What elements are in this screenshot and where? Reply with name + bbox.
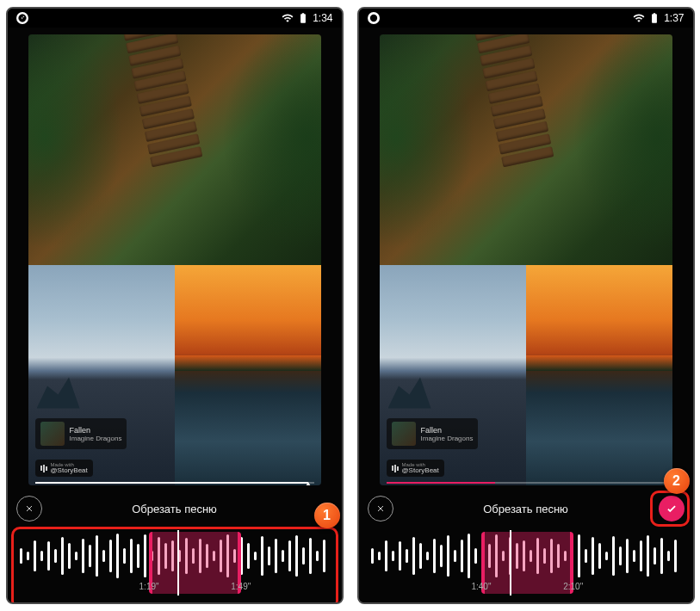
phone-screen-2: 1:37 Fallen Imagine Dragons Made xyxy=(357,7,695,604)
track-card[interactable]: Fallen Imagine Dragons xyxy=(387,418,479,449)
story-preview[interactable]: Fallen Imagine Dragons Made with @StoryB… xyxy=(28,34,321,485)
story-preview[interactable]: Fallen Imagine Dragons Made with @StoryB… xyxy=(380,34,672,485)
waveform[interactable] xyxy=(16,532,333,580)
shazam-icon xyxy=(368,12,380,24)
battery-icon xyxy=(297,12,309,24)
preview-image-top xyxy=(380,34,672,265)
track-thumbnail xyxy=(392,422,416,446)
trim-header: Обрезать песню xyxy=(16,491,333,527)
track-title: Fallen xyxy=(70,426,122,435)
track-artist: Imagine Dragons xyxy=(421,435,474,442)
wifi-icon xyxy=(282,12,294,24)
track-thumbnail xyxy=(40,422,65,446)
track-artist: Imagine Dragons xyxy=(70,435,122,442)
preview-image-bottom xyxy=(28,265,321,485)
track-card[interactable]: Fallen Imagine Dragons xyxy=(35,418,127,449)
time-end: 2:10" xyxy=(563,582,583,591)
content-area: Fallen Imagine Dragons Made with @StoryB… xyxy=(359,28,693,602)
waveform-container: 1:19" 1:49" 1 xyxy=(16,532,333,594)
time-start: 1:40" xyxy=(471,582,491,591)
watermark-badge: Made with @StoryBeat xyxy=(387,460,444,477)
preview-image-top xyxy=(28,34,321,265)
shazam-icon xyxy=(16,12,28,24)
time-labels: 1:19" 1:49" xyxy=(16,582,333,594)
content-area: Fallen Imagine Dragons Made with @StoryB… xyxy=(8,28,342,602)
battery-icon xyxy=(648,12,660,24)
status-bar: 1:34 xyxy=(8,9,342,28)
playback-progress[interactable] xyxy=(387,482,666,484)
trim-title: Обрезать песню xyxy=(51,503,299,515)
close-button[interactable] xyxy=(368,496,393,522)
wifi-icon xyxy=(633,12,645,24)
annotation-badge-2: 2 xyxy=(664,468,690,494)
close-button[interactable] xyxy=(16,496,42,522)
playback-progress[interactable] xyxy=(35,482,314,484)
time-start: 1:19" xyxy=(139,582,159,591)
waveform-container: 1:40" 2:10" xyxy=(368,532,685,594)
trim-title: Обрезать песню xyxy=(402,503,650,515)
phone-screen-1: 1:34 Fallen Imagine Dragons Made xyxy=(6,7,344,604)
trim-header: Обрезать песню 2 xyxy=(368,491,685,527)
confirm-button[interactable] xyxy=(659,496,685,522)
watermark-badge: Made with @StoryBeat xyxy=(35,460,93,477)
time-labels: 1:40" 2:10" xyxy=(368,582,685,594)
status-time: 1:37 xyxy=(664,12,684,24)
track-title: Fallen xyxy=(421,426,474,435)
annotation-badge-1: 1 xyxy=(314,503,340,528)
progress-handle-icon[interactable] xyxy=(305,482,312,485)
waveform[interactable] xyxy=(368,532,685,580)
status-bar: 1:37 xyxy=(359,9,693,28)
preview-image-bottom xyxy=(380,265,672,485)
time-end: 1:49" xyxy=(231,582,251,591)
status-time: 1:34 xyxy=(313,12,332,24)
